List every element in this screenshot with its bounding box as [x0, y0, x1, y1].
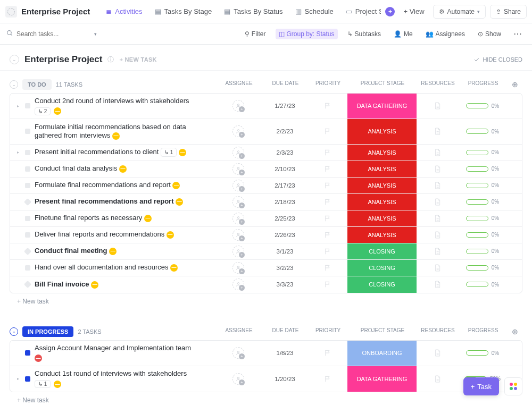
col-progress[interactable]: PROGRESS [459, 327, 508, 336]
assign-icon[interactable] [232, 180, 244, 191]
add-column-icon[interactable]: ⊕ [508, 80, 522, 89]
stage-cell[interactable]: ANALYSIS [347, 210, 417, 226]
due-date-cell[interactable]: 2/3/23 [262, 145, 307, 161]
due-date-cell[interactable]: 2/25/23 [262, 210, 307, 226]
assign-icon[interactable] [232, 279, 244, 290]
priority-badge-icon[interactable]: — [112, 132, 120, 140]
progress-cell[interactable]: 0% [458, 161, 507, 177]
expand-caret-icon[interactable]: ▸ [15, 376, 21, 381]
assign-icon[interactable] [232, 147, 244, 158]
add-column-icon[interactable]: ⊕ [508, 327, 522, 336]
task-name[interactable]: Formulate initial recommendations based … [35, 123, 214, 141]
priority-badge-icon[interactable]: — [35, 355, 42, 362]
resources-cell[interactable] [417, 145, 458, 161]
priority-badge-icon[interactable]: — [91, 281, 98, 289]
assign-icon[interactable] [232, 262, 244, 274]
due-date-cell[interactable]: 2/26/23 [262, 227, 307, 243]
resources-cell[interactable] [417, 341, 458, 366]
resources-cell[interactable] [417, 276, 458, 293]
col-priority[interactable]: PRIORITY [308, 80, 348, 89]
task-row[interactable]: Finetune final reports as necessary —2/2… [10, 210, 522, 227]
assignee-cell[interactable] [214, 341, 262, 366]
due-date-cell[interactable]: 1/8/23 [262, 341, 307, 366]
status-shape-icon[interactable] [25, 166, 30, 172]
col-stage[interactable]: PROJECT STAGE [348, 80, 417, 89]
due-date-cell[interactable]: 3/3/23 [262, 276, 307, 293]
priority-cell[interactable] [307, 260, 347, 276]
due-date-cell[interactable]: 2/18/23 [262, 194, 307, 210]
assignee-cell[interactable] [214, 227, 262, 243]
collapse-all-icon[interactable]: ⌄ [10, 55, 19, 64]
task-name[interactable]: Present final recommendations and report… [35, 197, 214, 206]
progress-cell[interactable]: 0% [458, 119, 507, 144]
task-row[interactable]: ▸Present initial recommendations to clie… [10, 145, 522, 161]
status-shape-icon[interactable] [25, 183, 30, 188]
assign-icon[interactable] [232, 373, 244, 385]
status-shape-icon[interactable] [25, 350, 30, 356]
assign-icon[interactable] [232, 347, 244, 359]
tab-activities[interactable]: ≣Activities [99, 4, 147, 19]
tab-tasks-by-status[interactable]: ▤Tasks By Status [218, 4, 288, 19]
due-date-cell[interactable]: 1/27/23 [262, 94, 307, 119]
assign-icon[interactable] [232, 100, 244, 112]
task-row[interactable]: Present final recommendations and report… [10, 194, 522, 210]
tab-schedule[interactable]: ▥Schedule [289, 4, 339, 19]
status-shape-icon[interactable] [24, 281, 31, 288]
assignee-cell[interactable] [214, 366, 262, 392]
priority-badge-icon[interactable]: — [119, 165, 127, 173]
assignee-cell[interactable] [214, 276, 262, 293]
assignee-cell[interactable] [214, 210, 262, 226]
priority-badge-icon[interactable]: — [176, 198, 183, 206]
hide-closed-button[interactable]: HIDE CLOSED [473, 56, 522, 63]
due-date-cell[interactable]: 3/1/23 [262, 243, 307, 259]
task-name[interactable]: Conduct 1st round of interviews with sta… [35, 369, 214, 378]
status-pill[interactable]: IN PROGRESS [22, 326, 73, 337]
col-priority[interactable]: PRIORITY [308, 327, 348, 336]
task-row[interactable]: Formulate initial recommendations based … [10, 119, 522, 145]
priority-cell[interactable] [307, 276, 347, 293]
assignee-cell[interactable] [214, 161, 262, 177]
resources-cell[interactable] [417, 366, 458, 392]
task-name[interactable]: Finetune final reports as necessary — [35, 214, 214, 223]
resources-cell[interactable] [417, 227, 458, 243]
tab-project-summary[interactable]: ▭Project Summary [340, 4, 381, 19]
col-resources[interactable]: RESOURCES [417, 80, 459, 89]
new-task-button[interactable]: + New task [10, 293, 522, 309]
task-fab[interactable]: +Task [463, 377, 499, 395]
due-date-cell[interactable]: 1/20/23 [262, 366, 307, 392]
task-row[interactable]: Hand over all documentation and resource… [10, 260, 522, 276]
resources-cell[interactable] [417, 243, 458, 259]
assign-icon[interactable] [232, 213, 244, 224]
progress-cell[interactable]: 0% [458, 145, 507, 161]
progress-cell[interactable]: 0% [458, 94, 507, 119]
assign-icon[interactable] [232, 196, 244, 208]
task-row[interactable]: Conduct final data analysis —2/10/23ANAL… [10, 161, 522, 178]
assignee-cell[interactable] [214, 94, 262, 119]
search-input[interactable] [16, 30, 91, 38]
share-button[interactable]: ⇪Share [490, 5, 527, 19]
assign-icon[interactable] [232, 125, 244, 137]
task-name[interactable]: Bill Final invoice — [35, 280, 214, 289]
progress-cell[interactable]: 0% [458, 227, 507, 243]
show-button[interactable]: ⊙Show [475, 29, 504, 39]
assignees-button[interactable]: 👥Assignees [422, 29, 468, 39]
expand-caret-icon[interactable]: ▸ [15, 104, 21, 108]
info-icon[interactable]: ⓘ [107, 55, 114, 64]
group-collapse-icon[interactable]: ⌄ [10, 327, 18, 336]
assign-icon[interactable] [232, 229, 244, 241]
status-pill[interactable]: TO DO [22, 79, 52, 90]
stage-cell[interactable]: CLOSING [347, 276, 417, 293]
resources-cell[interactable] [417, 94, 458, 119]
col-resources[interactable]: RESOURCES [417, 327, 459, 336]
priority-cell[interactable] [307, 227, 347, 243]
more-icon[interactable]: ··· [511, 29, 526, 39]
task-name[interactable]: Formulate final recommendations and repo… [35, 181, 214, 190]
resources-cell[interactable] [417, 161, 458, 177]
priority-badge-icon[interactable]: — [54, 107, 61, 115]
assignee-cell[interactable] [214, 260, 262, 276]
status-shape-icon[interactable] [25, 265, 30, 271]
priority-cell[interactable] [307, 178, 347, 193]
task-name[interactable]: Conduct final meeting — [35, 247, 214, 256]
stage-cell[interactable]: DATA GATHERING [347, 366, 417, 392]
stage-cell[interactable]: ONBOARDING [347, 341, 417, 366]
